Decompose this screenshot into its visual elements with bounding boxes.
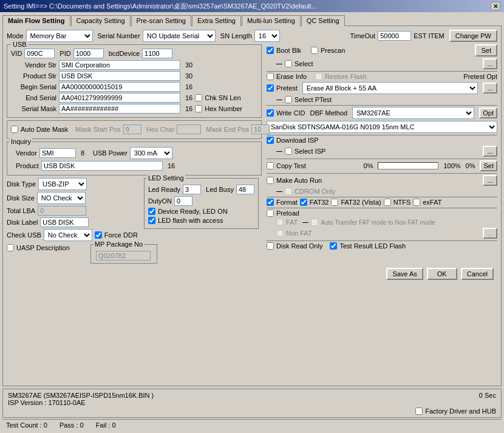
begin-serial-row: Begin Serial 16 — [11, 82, 257, 92]
fat-radio[interactable] — [276, 219, 284, 226]
vid-input[interactable] — [24, 49, 55, 58]
mask-start-input[interactable] — [123, 124, 141, 134]
cdrom-only-check[interactable] — [285, 188, 292, 195]
tab-main-flow[interactable]: Main Flow Setting — [2, 15, 70, 26]
set-button[interactable]: Set — [475, 44, 497, 56]
disk-label-input[interactable] — [40, 217, 89, 227]
copy-test-check[interactable] — [267, 162, 274, 169]
copy-set-btn[interactable]: Set — [480, 160, 497, 171]
format-row: Format FAT32 FAT32 (Vista) NTFS exFAT — [267, 199, 497, 206]
restore-flash-check[interactable] — [315, 73, 322, 80]
auto-date-mask-check[interactable] — [11, 126, 18, 133]
bcd-input[interactable] — [142, 49, 172, 58]
disk-readonly-check[interactable] — [267, 242, 274, 250]
preload-check[interactable] — [267, 210, 274, 217]
end-serial-input[interactable] — [59, 93, 180, 103]
serial-mask-input[interactable] — [59, 104, 180, 114]
select-ptest-check[interactable] — [285, 96, 292, 103]
force-ddr-check[interactable] — [95, 231, 102, 239]
hex-char-input[interactable] — [177, 124, 201, 134]
inq-product-label: Product — [16, 162, 39, 169]
mask-end-input[interactable] — [251, 124, 270, 134]
mask-start-label: Mask Start Pos — [75, 126, 121, 133]
sn-length-select[interactable]: 16 — [254, 30, 280, 42]
select-isp-check[interactable] — [285, 148, 292, 155]
inq-vendor-label: Vendor — [16, 149, 37, 157]
device-ready-check[interactable] — [148, 208, 155, 215]
disk-size-select[interactable]: NO Check — [37, 192, 86, 204]
inq-product-input[interactable] — [41, 161, 163, 171]
download-isp-row: Download ISP — [267, 137, 497, 144]
tab-prescan[interactable]: Pre-scan Setting — [131, 15, 191, 26]
right-column: Boot Blk Prescan Set Select ... — [267, 44, 497, 265]
led-flash-check[interactable] — [148, 217, 155, 224]
tab-capacity[interactable]: Capacity Setting — [71, 15, 131, 26]
mp-package-label: MP Package No — [94, 240, 144, 248]
non-fat-btn[interactable]: ... — [483, 228, 497, 239]
download-isp-check[interactable] — [267, 137, 274, 144]
fat32-check[interactable] — [300, 199, 307, 206]
non-fat-radio[interactable] — [276, 230, 284, 237]
ntfs-check[interactable] — [384, 199, 391, 206]
pretest-btn[interactable]: ... — [483, 83, 497, 94]
save-as-button[interactable]: Save As — [386, 268, 423, 280]
select-isp-btn[interactable]: ... — [483, 146, 497, 157]
check-usb-select[interactable]: No Check — [44, 229, 92, 241]
close-button[interactable]: ✕ — [491, 2, 500, 10]
make-auto-run-check[interactable] — [267, 177, 274, 184]
dbf-method-select[interactable]: SM3267AE — [352, 107, 474, 119]
inq-product-len: 16 — [168, 162, 175, 169]
vendor-str-input[interactable] — [59, 60, 180, 70]
pretest-check[interactable] — [267, 84, 274, 92]
chk-sn-len-check[interactable] — [195, 94, 202, 101]
bottom-buttons: Save As OK Cancel — [7, 265, 497, 282]
led-ready-input[interactable] — [183, 185, 201, 194]
write-cid-check[interactable] — [267, 109, 274, 117]
led-busy-label: Led Busy — [206, 186, 234, 193]
test-count-label: Test Count : 0 — [6, 421, 47, 429]
tab-extra[interactable]: Extra Setting — [192, 15, 241, 26]
duty-on-label: DutyON — [148, 197, 172, 205]
exfat-label: exFAT — [423, 199, 441, 206]
select-check[interactable] — [285, 60, 292, 67]
make-auto-run-btn[interactable]: ... — [483, 175, 497, 186]
usb-power-select[interactable]: 300 mA — [130, 147, 172, 159]
test-result-led-check[interactable] — [330, 242, 337, 250]
inq-vendor-input[interactable] — [39, 148, 76, 158]
hex-number-label: Hex Number — [205, 105, 242, 112]
timeout-input[interactable]: 50000 — [378, 31, 411, 41]
mp-package-input[interactable] — [96, 251, 151, 261]
auto-transfer-check[interactable] — [311, 219, 318, 226]
format-check[interactable] — [267, 199, 274, 206]
factory-driver-check[interactable] — [415, 407, 423, 415]
prescan-check[interactable] — [311, 47, 318, 54]
pid-input[interactable] — [73, 49, 104, 58]
hex-number-check[interactable] — [195, 105, 202, 112]
title-bar: Setting IMI==> C:\Documents and Settings… — [0, 0, 504, 12]
tab-multi-lun[interactable]: Multi-lun Setting — [242, 15, 301, 26]
exfat-check[interactable] — [413, 199, 420, 206]
erase-all-select[interactable]: Erase All Block + 55 AA — [302, 82, 478, 94]
total-lba-input[interactable] — [38, 206, 86, 216]
uasp-desc-check[interactable] — [7, 244, 14, 251]
serial-number-select[interactable]: NO Update Serial — [143, 30, 216, 42]
prescan-label: Prescan — [321, 47, 345, 54]
opt-button[interactable]: Opt — [479, 107, 497, 118]
fat32-vista-check[interactable] — [331, 199, 338, 206]
cancel-button[interactable]: Cancel — [461, 268, 494, 280]
select-btn[interactable]: ... — [483, 58, 497, 69]
led-busy-input[interactable] — [236, 185, 254, 194]
mode-select[interactable]: Memory Bar — [26, 30, 93, 42]
erase-info-check[interactable] — [267, 73, 274, 80]
begin-serial-input[interactable] — [59, 82, 180, 92]
change-pw-button[interactable]: Change PW — [449, 30, 497, 42]
boot-blk-check[interactable] — [267, 47, 274, 54]
erase-info-row: Erase Info Restore Flash Pretest Opt — [267, 73, 497, 80]
ok-button[interactable]: OK — [427, 268, 457, 280]
device-ready-label: Device Ready, LED ON — [158, 208, 228, 215]
product-str-input[interactable] — [59, 71, 180, 81]
nand-select[interactable]: SanDisk SDTNSGAMA-016G N0109 15nm MLC — [267, 121, 497, 133]
tab-qc[interactable]: QC Setting — [301, 15, 345, 26]
disk-type-select[interactable]: USB-ZIP — [38, 178, 87, 190]
duty-on-input[interactable] — [174, 196, 192, 206]
